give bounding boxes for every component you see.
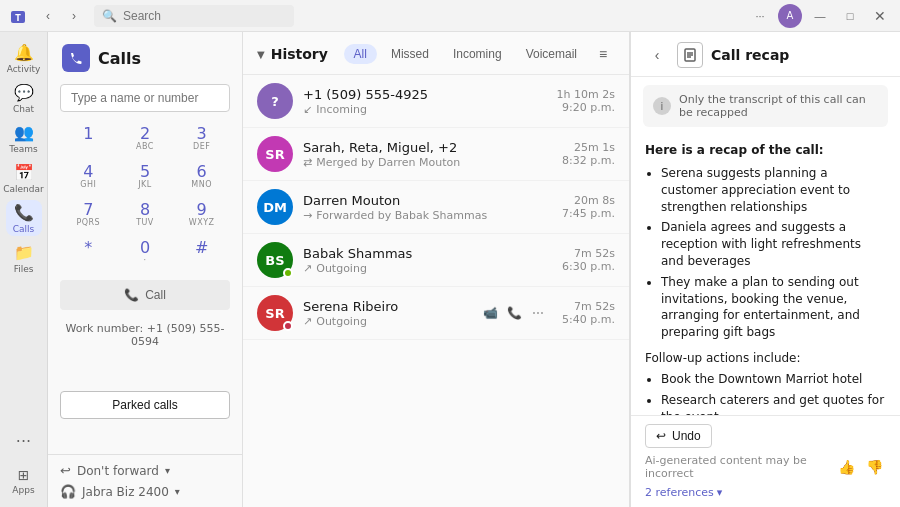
call-name: Darren Mouton bbox=[303, 193, 552, 208]
thumbs-down-button[interactable]: 👎 bbox=[862, 455, 886, 479]
dialpad-key-8[interactable]: 8TUV bbox=[117, 196, 174, 234]
device-icon: 🎧 bbox=[60, 484, 76, 499]
references-link[interactable]: 2 references ▾ bbox=[645, 486, 886, 499]
dialpad-sub: DEF bbox=[193, 142, 210, 152]
recap-back-button[interactable]: ‹ bbox=[645, 43, 669, 67]
forward-chevron-icon: ▾ bbox=[165, 465, 170, 476]
call-direction-icon: ↗ bbox=[303, 315, 312, 328]
call-detail: ↙ Incoming bbox=[303, 103, 547, 116]
dialpad-key-*[interactable]: * bbox=[60, 234, 117, 272]
call-info: Darren Mouton → Forwarded by Babak Shamm… bbox=[303, 193, 552, 222]
call-name: Serena Ribeiro bbox=[303, 299, 470, 314]
forward-label: Don't forward bbox=[77, 464, 159, 478]
dialpad-input[interactable] bbox=[60, 84, 230, 112]
video-call-button[interactable]: 📹 bbox=[480, 303, 500, 323]
dialpad-sub: MNO bbox=[191, 180, 212, 190]
recap-point-item: Daniela agrees and suggests a reception … bbox=[661, 219, 886, 269]
call-list-item[interactable]: DM Darren Mouton → Forwarded by Babak Sh… bbox=[243, 181, 629, 234]
dialpad-key-1[interactable]: 1 bbox=[60, 120, 117, 158]
call-info: Serena Ribeiro ↗ Outgoing bbox=[303, 299, 470, 328]
call-time: 5:40 p.m. bbox=[562, 313, 615, 326]
close-button[interactable]: ✕ bbox=[868, 4, 892, 28]
call-direction-icon: ↗ bbox=[303, 262, 312, 275]
filter-missed[interactable]: Missed bbox=[381, 44, 439, 64]
history-header: ▼ History All Missed Incoming Voicemail … bbox=[243, 32, 629, 75]
dialpad-key-3[interactable]: 3DEF bbox=[173, 120, 230, 158]
sidebar-item-calendar[interactable]: 📅 Calendar bbox=[6, 160, 42, 196]
sidebar-label-calendar: Calendar bbox=[3, 184, 43, 194]
dialpad-key-4[interactable]: 4GHI bbox=[60, 158, 117, 196]
dialpad-key-5[interactable]: 5JKL bbox=[117, 158, 174, 196]
call-list: ? +1 (509) 555-4925 ↙ Incoming 1h 10m 2s… bbox=[243, 75, 629, 507]
maximize-button[interactable]: □ bbox=[838, 4, 862, 28]
call-time: 8:32 p.m. bbox=[562, 154, 615, 167]
forward-button[interactable]: › bbox=[62, 4, 86, 28]
dialpad-key-9[interactable]: 9WXYZ bbox=[173, 196, 230, 234]
dialpad-sub: · bbox=[143, 256, 146, 266]
filter-all[interactable]: All bbox=[344, 44, 377, 64]
call-detail-text: Forwarded by Babak Shammas bbox=[316, 209, 487, 222]
activity-icon: 🔔 bbox=[14, 43, 34, 62]
sidebar-item-activity[interactable]: 🔔 Activity bbox=[6, 40, 42, 76]
calls-panel-title: Calls bbox=[98, 49, 141, 68]
svg-text:T: T bbox=[15, 14, 21, 23]
sidebar-label-chat: Chat bbox=[13, 104, 34, 114]
recap-content: Here is a recap of the call: Serena sugg… bbox=[631, 135, 900, 415]
undo-button[interactable]: ↩ Undo bbox=[645, 424, 712, 448]
minimize-button[interactable]: — bbox=[808, 4, 832, 28]
call-list-item[interactable]: ? +1 (509) 555-4925 ↙ Incoming 1h 10m 2s… bbox=[243, 75, 629, 128]
filter-more-button[interactable]: ≡ bbox=[591, 42, 615, 66]
call-info: +1 (509) 555-4925 ↙ Incoming bbox=[303, 87, 547, 116]
recap-followup-item: Book the Downtown Marriot hotel bbox=[661, 371, 886, 388]
parked-calls-button[interactable]: Parked calls bbox=[60, 391, 230, 419]
filter-voicemail[interactable]: Voicemail bbox=[516, 44, 587, 64]
dialpad-key-6[interactable]: 6MNO bbox=[173, 158, 230, 196]
undo-label: Undo bbox=[672, 429, 701, 443]
files-icon: 📁 bbox=[14, 243, 34, 262]
call-list-item[interactable]: SR Sarah, Reta, Miguel, +2 ⇄ Merged by D… bbox=[243, 128, 629, 181]
sidebar-item-files[interactable]: 📁 Files bbox=[6, 240, 42, 276]
call-direction-icon: ⇄ bbox=[303, 156, 312, 169]
dialpad-key-0[interactable]: 0· bbox=[117, 234, 174, 272]
calls-panel-footer: ↩ Don't forward ▾ 🎧 Jabra Biz 2400 ▾ bbox=[48, 454, 242, 507]
recap-title: Call recap bbox=[711, 47, 789, 63]
call-detail-text: Incoming bbox=[316, 103, 367, 116]
history-collapse-icon[interactable]: ▼ bbox=[257, 49, 265, 60]
more-options-button[interactable]: ··· bbox=[748, 4, 772, 28]
dialpad-key-#[interactable]: # bbox=[173, 234, 230, 272]
dialpad-num: 8 bbox=[140, 202, 150, 218]
call-list-item[interactable]: BS Babak Shammas ↗ Outgoing 7m 52s 6:30 … bbox=[243, 234, 629, 287]
sidebar-label-files: Files bbox=[14, 264, 34, 274]
device-setting[interactable]: 🎧 Jabra Biz 2400 ▾ bbox=[60, 484, 230, 499]
audio-call-button[interactable]: 📞 bbox=[504, 303, 524, 323]
history-panel: ▼ History All Missed Incoming Voicemail … bbox=[243, 32, 630, 507]
forward-setting[interactable]: ↩ Don't forward ▾ bbox=[60, 463, 230, 478]
more-icon: ··· bbox=[16, 432, 31, 451]
search-bar[interactable]: 🔍 bbox=[94, 5, 294, 27]
history-title-row: ▼ History bbox=[257, 46, 328, 62]
recap-actions: Ai-generated content may be incorrect 👍 … bbox=[645, 454, 886, 480]
call-list-item[interactable]: SR Serena Ribeiro ↗ Outgoing 📹 📞 ⋯ 7m 52… bbox=[243, 287, 629, 340]
dialpad-num: 3 bbox=[197, 126, 207, 142]
dialpad-key-7[interactable]: 7PQRS bbox=[60, 196, 117, 234]
sidebar-item-chat[interactable]: 💬 Chat bbox=[6, 80, 42, 116]
thumbs-up-button[interactable]: 👍 bbox=[834, 455, 858, 479]
nav-arrows: ‹ › bbox=[36, 4, 86, 28]
sidebar-item-calls[interactable]: 📞 Calls bbox=[6, 200, 42, 236]
title-bar-left: T ‹ › 🔍 bbox=[8, 4, 294, 28]
sidebar-item-more[interactable]: ··· bbox=[6, 423, 42, 459]
calls-icon: 📞 bbox=[14, 203, 34, 222]
sidebar-item-teams[interactable]: 👥 Teams bbox=[6, 120, 42, 156]
call-time: 6:30 p.m. bbox=[562, 260, 615, 273]
dialpad-key-2[interactable]: 2ABC bbox=[117, 120, 174, 158]
call-button-label: Call bbox=[145, 288, 166, 302]
call-meta: 25m 1s 8:32 p.m. bbox=[562, 141, 615, 167]
dialpad-num: 1 bbox=[83, 126, 93, 142]
call-button[interactable]: 📞 Call bbox=[60, 280, 230, 310]
filter-incoming[interactable]: Incoming bbox=[443, 44, 512, 64]
sidebar-item-apps[interactable]: ⊞ Apps bbox=[6, 463, 42, 499]
search-input[interactable] bbox=[123, 9, 273, 23]
call-info: Sarah, Reta, Miguel, +2 ⇄ Merged by Darr… bbox=[303, 140, 552, 169]
more-call-button[interactable]: ⋯ bbox=[528, 303, 548, 323]
back-button[interactable]: ‹ bbox=[36, 4, 60, 28]
